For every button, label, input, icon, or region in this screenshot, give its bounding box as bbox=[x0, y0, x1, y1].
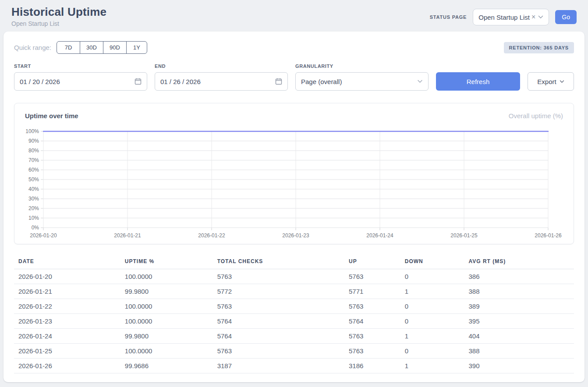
refresh-button[interactable]: Refresh bbox=[436, 72, 520, 91]
status-page-controls: STATUS PAGE Open Startup List × Go bbox=[430, 9, 577, 25]
table-cell: 0 bbox=[400, 299, 464, 314]
table-cell: 2026-01-24 bbox=[14, 329, 120, 344]
table-cell: 390 bbox=[464, 359, 574, 373]
chart-body: 0%10%20%30%40%50%60%70%80%90%100%2026-01… bbox=[14, 120, 574, 240]
quick-range-90d[interactable]: 90D bbox=[103, 41, 127, 54]
quick-range-1y[interactable]: 1Y bbox=[126, 41, 147, 54]
table-cell: 2026-01-23 bbox=[14, 314, 120, 329]
retention-badge: RETENTION: 365 DAYS bbox=[504, 42, 574, 53]
table-cell: 2026-01-20 bbox=[14, 269, 120, 284]
chevron-down-icon bbox=[538, 15, 543, 19]
start-date-input[interactable]: 01 / 20 / 2026 bbox=[14, 72, 147, 91]
table-row: 2026-01-20100.0000576357630386 bbox=[14, 269, 574, 284]
table-cell: 1 bbox=[400, 284, 464, 299]
table-row: 2026-01-2199.9800577257711388 bbox=[14, 284, 574, 299]
chevron-down-icon bbox=[417, 80, 423, 83]
table-cell: 2026-01-22 bbox=[14, 299, 120, 314]
table-cell: 0 bbox=[400, 314, 464, 329]
end-date-input[interactable]: 01 / 26 / 2026 bbox=[155, 72, 288, 91]
table-cell: 389 bbox=[464, 299, 574, 314]
page-subtitle: Open Startup List bbox=[11, 20, 106, 27]
granularity-value: Page (overall) bbox=[301, 78, 342, 85]
table-cell: 404 bbox=[464, 329, 574, 344]
chevron-down-icon bbox=[560, 80, 564, 83]
status-page-label: STATUS PAGE bbox=[430, 14, 467, 20]
table-cell: 100.0000 bbox=[120, 299, 213, 314]
quick-range-30d[interactable]: 30D bbox=[80, 41, 103, 54]
column-header: AVG RT (MS) bbox=[464, 256, 574, 269]
table-row: 2026-01-23100.0000576457640395 bbox=[14, 314, 574, 329]
table-cell: 100.0000 bbox=[120, 314, 213, 329]
granularity-label: GRANULARITY bbox=[295, 63, 429, 69]
svg-text:80%: 80% bbox=[28, 148, 39, 154]
svg-text:90%: 90% bbox=[28, 138, 39, 144]
svg-text:2026-01-23: 2026-01-23 bbox=[282, 232, 309, 239]
page-title: Historical Uptime bbox=[11, 5, 106, 19]
svg-text:60%: 60% bbox=[28, 167, 39, 173]
chart-legend: Overall uptime (%) bbox=[509, 112, 563, 120]
quick-range-wrap: Quick range: 7D30D90D1Y bbox=[14, 41, 147, 54]
table-cell: 5763 bbox=[344, 269, 400, 284]
end-date-field: END 01 / 26 / 2026 bbox=[155, 63, 288, 91]
table-cell: 5771 bbox=[344, 284, 400, 299]
status-page-selected-value: Open Startup List bbox=[478, 14, 530, 21]
calendar-icon[interactable] bbox=[275, 78, 282, 85]
column-header: UP bbox=[344, 256, 400, 269]
svg-text:30%: 30% bbox=[28, 196, 39, 202]
quick-range-group: 7D30D90D1Y bbox=[57, 41, 147, 54]
column-header: DOWN bbox=[400, 256, 464, 269]
table-cell: 3186 bbox=[344, 359, 400, 373]
svg-text:0%: 0% bbox=[32, 225, 39, 231]
column-header: DATE bbox=[14, 256, 120, 269]
clear-icon[interactable]: × bbox=[531, 13, 535, 21]
end-date-value: 01 / 26 / 2026 bbox=[160, 78, 201, 85]
table-cell: 2026-01-21 bbox=[14, 284, 120, 299]
quick-range-7d[interactable]: 7D bbox=[57, 41, 80, 54]
table-cell: 99.9800 bbox=[120, 284, 213, 299]
svg-text:40%: 40% bbox=[28, 186, 39, 192]
table-cell: 0 bbox=[400, 269, 464, 284]
svg-text:2026-01-21: 2026-01-21 bbox=[114, 232, 141, 239]
page-header: Historical Uptime Open Startup List STAT… bbox=[0, 0, 588, 32]
table-cell: 388 bbox=[464, 284, 574, 299]
main-panel: Quick range: 7D30D90D1Y RETENTION: 365 D… bbox=[4, 32, 584, 382]
table-cell: 0 bbox=[400, 344, 464, 359]
table-cell: 1 bbox=[400, 359, 464, 373]
svg-text:20%: 20% bbox=[28, 205, 39, 211]
export-button-label: Export bbox=[537, 78, 556, 85]
status-page-select[interactable]: Open Startup List × bbox=[473, 9, 549, 25]
table-header-row: DATEUPTIME %TOTAL CHECKSUPDOWNAVG RT (MS… bbox=[14, 256, 574, 269]
table-cell: 5763 bbox=[344, 299, 400, 314]
title-block: Historical Uptime Open Startup List bbox=[11, 5, 106, 27]
chart-title: Uptime over time bbox=[25, 112, 78, 120]
table-cell: 5763 bbox=[213, 269, 344, 284]
quick-range-label: Quick range: bbox=[14, 44, 51, 51]
calendar-icon[interactable] bbox=[135, 78, 142, 85]
controls-row: START 01 / 20 / 2026 END 01 / 26 / 2026 … bbox=[14, 63, 574, 91]
column-header: TOTAL CHECKS bbox=[213, 256, 344, 269]
granularity-select[interactable]: Page (overall) bbox=[295, 72, 429, 91]
uptime-table: DATEUPTIME %TOTAL CHECKSUPDOWNAVG RT (MS… bbox=[14, 256, 574, 373]
export-button[interactable]: Export bbox=[528, 72, 574, 91]
go-button[interactable]: Go bbox=[555, 10, 577, 24]
svg-text:2026-01-25: 2026-01-25 bbox=[450, 232, 478, 239]
table-cell: 395 bbox=[464, 314, 574, 329]
uptime-chart-card: Uptime over time Overall uptime (%) 0%10… bbox=[14, 103, 574, 244]
start-date-label: START bbox=[14, 63, 147, 69]
table-cell: 5764 bbox=[213, 314, 344, 329]
table-cell: 386 bbox=[464, 269, 574, 284]
table-row: 2026-01-2699.9686318731861390 bbox=[14, 359, 574, 373]
svg-text:2026-01-24: 2026-01-24 bbox=[366, 232, 393, 239]
table-cell: 388 bbox=[464, 344, 574, 359]
svg-text:10%: 10% bbox=[28, 215, 39, 221]
table-cell: 100.0000 bbox=[120, 269, 213, 284]
svg-text:2026-01-22: 2026-01-22 bbox=[198, 232, 225, 239]
table-cell: 100.0000 bbox=[120, 344, 213, 359]
table-cell: 5764 bbox=[344, 314, 400, 329]
table-cell: 99.9686 bbox=[120, 359, 213, 373]
chart-header: Uptime over time Overall uptime (%) bbox=[14, 112, 574, 120]
svg-text:2026-01-26: 2026-01-26 bbox=[535, 232, 562, 239]
table-row: 2026-01-25100.0000576357630388 bbox=[14, 344, 574, 359]
table-cell: 1 bbox=[400, 329, 464, 344]
table-cell: 99.9800 bbox=[120, 329, 213, 344]
